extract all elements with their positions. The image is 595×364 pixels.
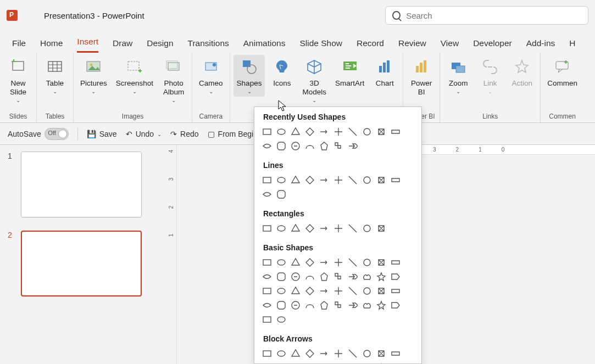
shape-option[interactable]: [390, 256, 402, 268]
shape-option[interactable]: [261, 271, 273, 283]
shape-option[interactable]: [375, 271, 387, 283]
tab-insert[interactable]: Insert: [77, 37, 98, 53]
tab-record[interactable]: Record: [357, 38, 384, 53]
shape-option[interactable]: [347, 362, 359, 364]
shape-option[interactable]: [275, 188, 287, 200]
comment-button[interactable]: Commen: [544, 55, 581, 90]
shape-option[interactable]: [261, 140, 273, 152]
slide-thumbnail-1[interactable]: 1: [8, 152, 151, 217]
shape-option[interactable]: [304, 222, 316, 234]
shape-option[interactable]: [275, 126, 287, 138]
search-input[interactable]: [406, 11, 581, 20]
shape-option[interactable]: [261, 188, 273, 200]
shape-option[interactable]: [290, 299, 302, 311]
shape-option[interactable]: [375, 174, 387, 186]
shape-option[interactable]: [261, 126, 273, 138]
shape-option[interactable]: [275, 222, 287, 234]
shape-option[interactable]: [261, 285, 273, 297]
shape-option[interactable]: [332, 256, 344, 268]
shape-option[interactable]: [361, 126, 373, 138]
shape-option[interactable]: [275, 285, 287, 297]
shape-option[interactable]: [390, 348, 402, 360]
shape-option[interactable]: [290, 271, 302, 283]
shape-option[interactable]: [290, 222, 302, 234]
shape-option[interactable]: [375, 126, 387, 138]
shape-option[interactable]: [290, 126, 302, 138]
tab-developer[interactable]: Developer: [473, 38, 512, 53]
tab-file[interactable]: File: [12, 38, 26, 53]
shape-option[interactable]: [304, 126, 316, 138]
shape-option[interactable]: [361, 222, 373, 234]
link-button[interactable]: Link ⌄: [475, 55, 505, 97]
shape-option[interactable]: [318, 362, 330, 364]
shape-option[interactable]: [390, 285, 402, 297]
autosave-toggle[interactable]: AutoSave Off: [8, 128, 69, 140]
cameo-button[interactable]: Cameo ⌄: [196, 55, 226, 97]
tab-view[interactable]: View: [441, 38, 459, 53]
smartart-button[interactable]: SmartArt: [332, 55, 368, 90]
tab-draw[interactable]: Draw: [113, 38, 132, 53]
shape-option[interactable]: [318, 271, 330, 283]
shape-option[interactable]: [375, 299, 387, 311]
shapes-button[interactable]: Shapes ⌄: [233, 55, 265, 97]
shape-option[interactable]: [318, 174, 330, 186]
shape-option[interactable]: [304, 362, 316, 364]
3d-models-button[interactable]: 3D Models ⌄: [299, 55, 330, 105]
shape-option[interactable]: [332, 299, 344, 311]
shape-option[interactable]: [290, 362, 302, 364]
shape-option[interactable]: [332, 174, 344, 186]
slide-thumbnail-2[interactable]: 2: [8, 231, 151, 296]
shape-option[interactable]: [290, 140, 302, 152]
shape-option[interactable]: [290, 256, 302, 268]
shape-option[interactable]: [332, 126, 344, 138]
shape-option[interactable]: [275, 299, 287, 311]
pictures-button[interactable]: Pictures ⌄: [77, 55, 110, 97]
chart-button[interactable]: Chart: [370, 55, 399, 90]
shape-option[interactable]: [375, 285, 387, 297]
shape-option[interactable]: [275, 256, 287, 268]
shape-option[interactable]: [318, 222, 330, 234]
shape-option[interactable]: [304, 256, 316, 268]
shape-option[interactable]: [261, 256, 273, 268]
powerbi-button[interactable]: Power BI: [407, 55, 436, 99]
slide-thumb[interactable]: [21, 152, 142, 217]
shape-option[interactable]: [361, 299, 373, 311]
table-button[interactable]: Table ⌄: [40, 55, 70, 97]
shape-option[interactable]: [347, 256, 359, 268]
redo-button[interactable]: ↷ Redo: [170, 130, 198, 138]
shape-option[interactable]: [361, 348, 373, 360]
shape-option[interactable]: [304, 285, 316, 297]
shape-option[interactable]: [261, 348, 273, 360]
tab-review[interactable]: Review: [398, 38, 426, 53]
shape-option[interactable]: [375, 256, 387, 268]
shape-option[interactable]: [275, 362, 287, 364]
shape-option[interactable]: [375, 222, 387, 234]
shape-option[interactable]: [347, 271, 359, 283]
shape-option[interactable]: [347, 299, 359, 311]
shape-option[interactable]: [361, 285, 373, 297]
tab-transitions[interactable]: Transitions: [188, 38, 229, 53]
shape-option[interactable]: [390, 126, 402, 138]
tab-home[interactable]: Home: [40, 38, 63, 53]
shape-option[interactable]: [261, 222, 273, 234]
shape-option[interactable]: [304, 140, 316, 152]
shape-option[interactable]: [390, 174, 402, 186]
shape-option[interactable]: [375, 348, 387, 360]
shape-option[interactable]: [318, 285, 330, 297]
shape-option[interactable]: [347, 222, 359, 234]
tab-animations[interactable]: Animations: [243, 38, 286, 53]
shape-option[interactable]: [275, 348, 287, 360]
shape-option[interactable]: [261, 313, 273, 326]
search-box[interactable]: [385, 6, 588, 25]
shape-option[interactable]: [275, 313, 287, 326]
screenshot-button[interactable]: Screenshot ⌄: [113, 55, 157, 97]
shape-option[interactable]: [347, 140, 359, 152]
shape-option[interactable]: [361, 174, 373, 186]
shape-option[interactable]: [347, 348, 359, 360]
shape-option[interactable]: [290, 285, 302, 297]
shape-option[interactable]: [318, 256, 330, 268]
shape-option[interactable]: [318, 348, 330, 360]
shape-option[interactable]: [332, 271, 344, 283]
shape-option[interactable]: [332, 140, 344, 152]
tab-slideshow[interactable]: Slide Show: [299, 38, 342, 53]
